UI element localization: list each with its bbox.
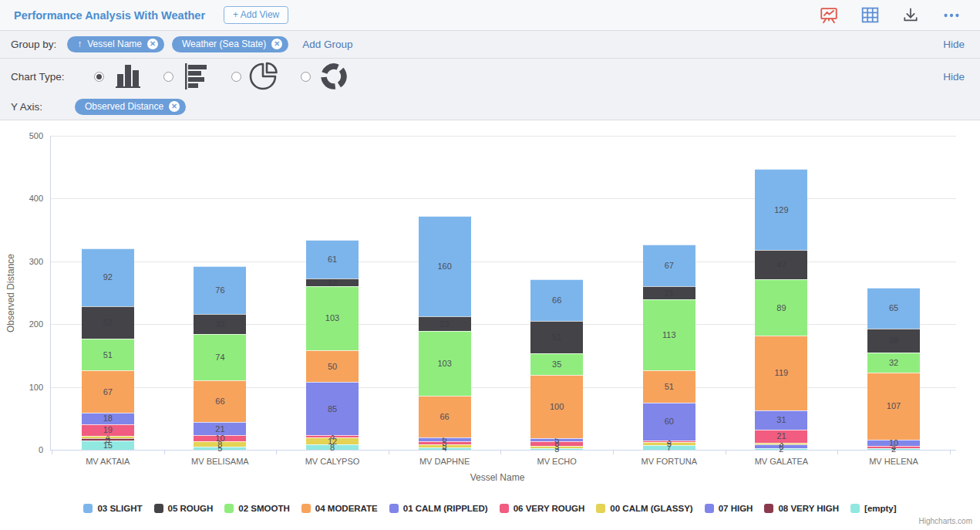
bar-segment[interactable]: 85 — [306, 382, 359, 435]
bar-segment[interactable]: 65 — [867, 288, 920, 329]
chart-type-option-donut-chart[interactable] — [301, 60, 350, 93]
hide-chart-type-link[interactable]: Hide — [943, 71, 969, 83]
bar-segment[interactable]: 160 — [419, 216, 471, 316]
radio-button[interactable] — [163, 72, 173, 82]
segment-value-label: 76 — [194, 286, 246, 295]
bar-segment[interactable]: 23 — [419, 316, 471, 331]
bar-segment[interactable]: 3 — [82, 438, 134, 440]
bar-segment[interactable]: 60 — [643, 403, 695, 441]
y-axis-chip[interactable]: Observed Distance ✕ — [75, 99, 186, 115]
bar-segment[interactable]: 5 — [643, 442, 695, 445]
bar-segment[interactable]: 3 — [530, 446, 583, 447]
bar-segment[interactable]: 51 — [82, 339, 134, 371]
bar-segment[interactable]: 103 — [306, 286, 359, 351]
x-tick — [276, 450, 277, 454]
bar-segment[interactable]: 31 — [755, 410, 807, 430]
legend-item[interactable]: 07 HIGH — [705, 504, 753, 513]
bar-segment[interactable]: 4 — [419, 447, 471, 450]
bar-segment[interactable]: 21 — [755, 430, 807, 443]
bar-segment[interactable]: 67 — [82, 370, 134, 413]
bar-segment[interactable]: 6 — [755, 444, 807, 448]
segment-value-label: 21 — [755, 432, 807, 441]
bar-segment[interactable]: 10 — [867, 440, 920, 446]
bar-segment[interactable]: 32 — [867, 353, 920, 373]
group-by-chip[interactable]: Weather (Sea State)✕ — [172, 36, 288, 52]
bar-segment[interactable]: 3 — [530, 448, 583, 450]
hide-groups-link[interactable]: Hide — [943, 39, 969, 50]
bar-segment[interactable]: 10 — [194, 435, 246, 441]
bar-segment[interactable]: 61 — [306, 240, 359, 279]
bar-segment[interactable]: 89 — [755, 279, 807, 335]
bar-segment[interactable]: 100 — [530, 375, 583, 437]
chart-type-option-bar-chart[interactable] — [163, 61, 211, 92]
bar-segment[interactable]: 8 — [530, 441, 583, 447]
bar-segment[interactable]: 5 — [530, 438, 583, 441]
chart-type-option-pie-chart[interactable] — [231, 60, 281, 93]
table-icon[interactable] — [860, 5, 880, 25]
bar-segment[interactable]: 3 — [755, 443, 807, 444]
presentation-chart-icon[interactable] — [819, 5, 839, 25]
bar-segment[interactable]: 5 — [419, 441, 471, 444]
legend-item[interactable]: 08 VERY HIGH — [764, 504, 839, 513]
legend-item[interactable]: 01 CALM (RIPPLED) — [389, 504, 488, 513]
bar-segment[interactable]: 129 — [755, 169, 807, 250]
bar-segment[interactable]: 32 — [194, 314, 246, 334]
bar-segment[interactable]: 5 — [194, 447, 246, 450]
bar-segment[interactable]: 74 — [194, 334, 246, 380]
bar-segment[interactable]: 6 — [419, 437, 471, 441]
bar-segment[interactable]: 8 — [306, 444, 359, 450]
bar-segment[interactable]: 3 — [643, 441, 695, 442]
bar-segment[interactable]: 38 — [867, 329, 920, 353]
bar-segment[interactable]: 2 — [867, 448, 920, 450]
legend-item[interactable]: 00 CALM (GLASSY) — [596, 504, 692, 513]
bar-segment[interactable]: 50 — [306, 350, 359, 382]
bar-segment[interactable]: 18 — [82, 413, 134, 424]
legend-item[interactable]: 04 MODERATE — [301, 504, 378, 513]
bar-segment[interactable]: 4 — [867, 446, 920, 448]
bar-segment[interactable]: 76 — [194, 266, 246, 314]
bar-segment[interactable]: 103 — [419, 331, 471, 396]
bar-segment[interactable]: 2 — [755, 448, 807, 450]
download-icon[interactable] — [901, 5, 921, 25]
legend-item[interactable]: 06 VERY ROUGH — [500, 504, 585, 513]
bar-segment[interactable]: 52 — [82, 306, 134, 339]
bar-segment[interactable]: 7 — [643, 445, 695, 450]
bar-segment[interactable]: 107 — [867, 373, 920, 440]
bar-segment[interactable]: 113 — [643, 299, 695, 370]
close-icon[interactable]: ✕ — [147, 39, 158, 49]
bar-segment[interactable]: 119 — [755, 336, 807, 410]
bar-segment[interactable]: 51 — [643, 370, 695, 403]
add-group-link[interactable]: Add Group — [302, 39, 352, 50]
more-icon[interactable] — [941, 5, 961, 25]
bar-segment[interactable]: 35 — [530, 353, 583, 375]
bar-segment[interactable]: 66 — [530, 279, 583, 321]
bar-segment[interactable]: 12 — [306, 437, 359, 445]
bar-segment[interactable]: 67 — [643, 245, 695, 287]
legend-item[interactable]: [empty] — [850, 504, 897, 513]
bar-segment[interactable]: 66 — [194, 380, 246, 422]
radio-button[interactable] — [94, 72, 104, 82]
bar-segment[interactable]: 19 — [82, 424, 134, 436]
radio-button[interactable] — [301, 72, 311, 82]
bar-segment[interactable]: 21 — [194, 422, 246, 435]
legend-item[interactable]: 03 SLIGHT — [83, 504, 142, 513]
bar-segment[interactable]: 8 — [194, 441, 246, 447]
close-icon[interactable]: ✕ — [271, 39, 282, 49]
bar-segment[interactable]: 3 — [306, 435, 359, 437]
bar-segment[interactable]: 4 — [82, 436, 134, 438]
bar-segment[interactable]: 92 — [82, 248, 134, 306]
group-by-chip[interactable]: ↑Vessel Name✕ — [67, 36, 164, 52]
bar-segment[interactable]: 21 — [643, 286, 695, 299]
bar-segment[interactable]: 15 — [82, 441, 134, 450]
bar-segment[interactable]: 12 — [306, 279, 359, 286]
legend-item[interactable]: 02 SMOOTH — [224, 504, 289, 513]
bar-segment[interactable]: 66 — [419, 396, 471, 437]
legend-item[interactable]: 05 ROUGH — [154, 504, 214, 513]
chart-type-option-column-chart[interactable] — [94, 62, 143, 91]
bar-segment[interactable]: 47 — [755, 250, 807, 279]
bar-segment[interactable]: 51 — [530, 321, 583, 353]
close-icon[interactable]: ✕ — [169, 101, 180, 112]
bar-segment[interactable]: 5 — [419, 444, 471, 447]
radio-button[interactable] — [231, 72, 241, 82]
add-view-button[interactable]: + Add View — [224, 6, 288, 23]
